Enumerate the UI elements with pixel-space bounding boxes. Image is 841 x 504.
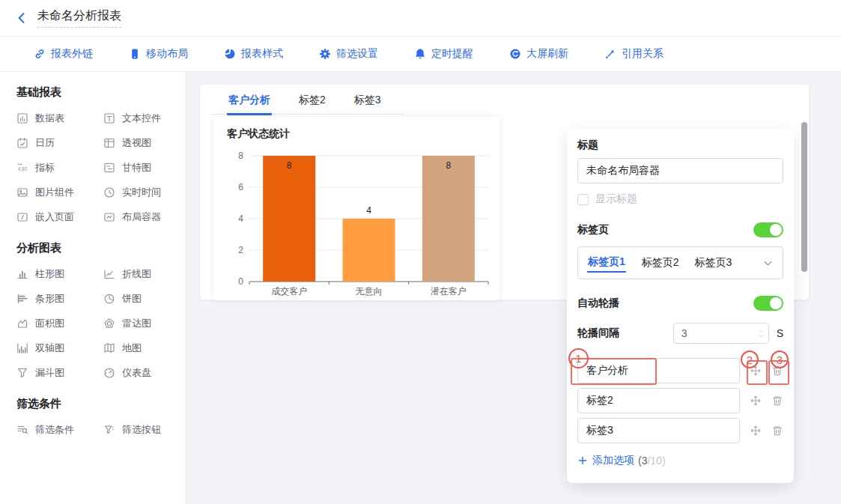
clock-icon <box>103 186 115 198</box>
plus-icon <box>577 455 588 466</box>
column-chart-icon <box>16 268 28 280</box>
widget-item[interactable]: 筛选条件 <box>16 417 103 442</box>
container-tab-1[interactable]: 客户分析 <box>227 92 272 115</box>
widget-item[interactable]: 文本控件 <box>103 106 181 130</box>
tab-page-3[interactable]: 标签页3 <box>695 256 732 270</box>
widget-item[interactable]: 折线图 <box>103 261 181 286</box>
tab-page-2[interactable]: 标签页2 <box>642 256 679 270</box>
chart-widget[interactable]: 客户状态统计 024688成交客户4无意向8潜在客户 <box>213 117 500 300</box>
toolbar-button-label: 定时提醒 <box>431 47 473 61</box>
bar-3[interactable] <box>422 156 475 282</box>
trash-icon[interactable] <box>771 395 783 407</box>
widget-item[interactable]: 漏斗图 <box>16 360 103 385</box>
filter-search-icon <box>16 424 28 436</box>
pie-chart-icon <box>103 293 115 305</box>
interval-stepper <box>673 323 769 344</box>
move-icon[interactable] <box>750 365 762 377</box>
widget-item-label: 甘特图 <box>122 161 151 174</box>
show-title-checkbox[interactable] <box>577 194 589 205</box>
trash-icon[interactable] <box>771 365 783 377</box>
container-tab-2[interactable]: 标签2 <box>297 92 327 114</box>
back-icon[interactable] <box>15 11 28 25</box>
properties-panel: 标题 显示标题 标签页 标签页1标签页2标签页3 自动轮播 轮播间隔 <box>567 129 794 483</box>
y-axis-tick-label: 0 <box>238 276 243 287</box>
line-chart-icon <box>103 268 115 280</box>
widget-item[interactable]: 透视图 <box>103 130 181 155</box>
container-title-input[interactable] <box>577 158 783 183</box>
widget-item[interactable]: 甘特图 <box>103 155 181 180</box>
widget-item[interactable]: 布局容器 <box>103 204 181 229</box>
widget-item[interactable]: 面积图 <box>16 311 103 336</box>
gear-icon <box>319 48 331 60</box>
gantt-icon <box>103 162 115 174</box>
interval-row: 轮播间隔 S <box>577 323 783 344</box>
sidebar-section-title: 筛选条件 <box>16 397 185 411</box>
widget-item[interactable]: 柱形图 <box>16 261 103 286</box>
widget-item[interactable]: 实时时间 <box>103 180 181 204</box>
dual-axis-icon <box>16 342 28 354</box>
widget-item[interactable]: 饼图 <box>103 286 181 311</box>
add-option-row: 添加选项 (3 /10) <box>577 454 783 467</box>
move-icon[interactable] <box>750 425 762 437</box>
widget-item[interactable]: 双轴图 <box>16 336 103 360</box>
y-axis-tick-label: 6 <box>238 182 243 192</box>
widget-item[interactable]: 数据表 <box>16 106 103 130</box>
container-tab-3[interactable]: 标签3 <box>353 92 383 114</box>
toolbar-button-5[interactable]: 定时提醒 <box>414 47 473 61</box>
show-title-row: 显示标题 <box>577 192 783 206</box>
y-axis-tick-label: 4 <box>238 213 243 224</box>
main-area: 基础报表数据表文本控件日历透视图4,80指标甘特图图片组件实时时间嵌入页面布局容… <box>0 72 841 504</box>
panel-scrollbar[interactable] <box>801 122 807 272</box>
tab-option-row-3 <box>577 418 783 443</box>
bar-value-label: 8 <box>446 160 451 171</box>
move-icon[interactable] <box>750 395 762 407</box>
widget-item[interactable]: 日历 <box>16 130 103 155</box>
report-title[interactable]: 未命名分析报表 <box>37 8 121 28</box>
chevron-down-icon[interactable] <box>762 258 774 269</box>
toolbar-button-3[interactable]: 报表样式 <box>224 47 283 61</box>
widget-item-label: 筛选条件 <box>35 423 74 437</box>
interval-input[interactable] <box>674 327 743 339</box>
widget-item[interactable]: 图片组件 <box>16 180 103 204</box>
widget-item-label: 饼图 <box>122 292 142 306</box>
tab-option-input-3[interactable] <box>577 418 740 443</box>
widget-item[interactable]: 筛选按钮 <box>103 417 181 442</box>
bar-1[interactable] <box>263 156 315 282</box>
link-icon <box>34 48 46 60</box>
tab-option-input-2[interactable] <box>577 388 740 413</box>
spin-up-icon[interactable] <box>758 329 765 333</box>
toolbar-button-1[interactable]: 报表外链 <box>34 47 93 61</box>
area-chart-icon <box>16 318 28 330</box>
toolbar-button-2[interactable]: 移动布局 <box>129 47 188 61</box>
widget-item[interactable]: 雷达图 <box>103 311 181 336</box>
widget-item[interactable]: 地图 <box>103 336 181 360</box>
widget-item[interactable]: 条形图 <box>16 286 103 311</box>
bar-chart-icon <box>16 293 28 305</box>
widget-item[interactable]: 仪表盘 <box>103 360 181 385</box>
tabs-toggle[interactable] <box>753 222 783 237</box>
spin-down-icon[interactable] <box>758 334 765 338</box>
tab-option-row-1 <box>577 358 783 383</box>
widget-item-label: 仪表盘 <box>122 366 151 380</box>
svg-text:4,80: 4,80 <box>18 166 28 171</box>
tab-option-row-2 <box>577 388 783 413</box>
toolbar-button-label: 引用关系 <box>622 47 664 61</box>
add-option-button[interactable]: 添加选项 <box>592 454 634 467</box>
toolbar-button-6[interactable]: 大屏刷新 <box>509 47 568 61</box>
bar-2[interactable] <box>343 219 395 282</box>
autoplay-toggle[interactable] <box>753 296 783 311</box>
toolbar-button-4[interactable]: 筛选设置 <box>319 47 378 61</box>
sidebar-section-title: 基础报表 <box>16 85 185 100</box>
widget-item-label: 文本控件 <box>122 112 161 125</box>
widget-item-label: 布局容器 <box>122 210 161 224</box>
tab-option-input-1[interactable] <box>577 358 740 383</box>
toolbar-button-7[interactable]: 引用关系 <box>604 47 664 61</box>
x-axis-tick-label: 成交客户 <box>271 286 307 297</box>
widget-item[interactable]: 4,80指标 <box>16 155 103 180</box>
widget-item-label: 漏斗图 <box>35 366 64 380</box>
trash-icon[interactable] <box>771 425 783 437</box>
tab-page-1[interactable]: 标签页1 <box>587 254 626 273</box>
embed-icon <box>16 211 28 223</box>
widget-item-label: 日历 <box>35 136 55 150</box>
widget-item[interactable]: 嵌入页面 <box>16 204 103 229</box>
